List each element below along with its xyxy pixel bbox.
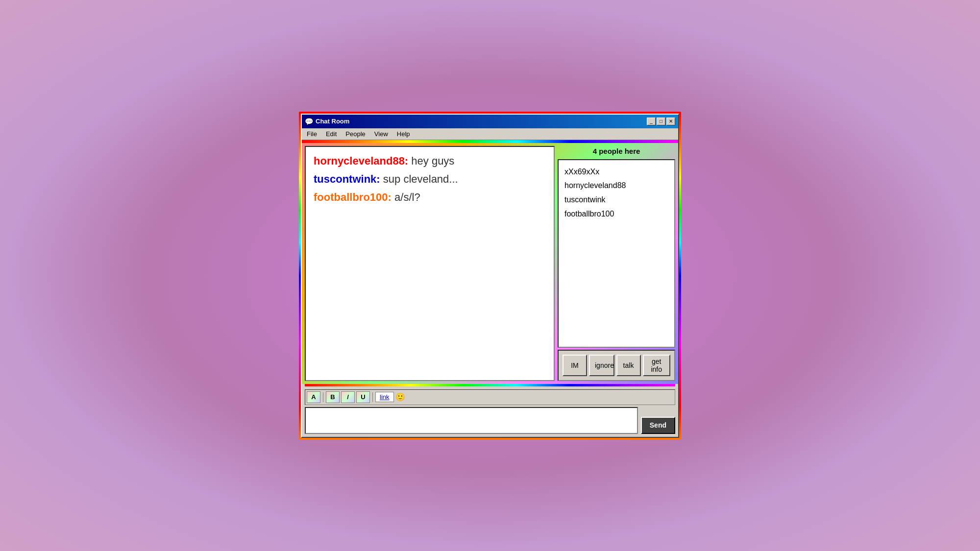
menu-edit[interactable]: Edit — [324, 130, 339, 138]
message-1: hornycleveland88: hey guys — [314, 153, 546, 169]
window-icon: 💬 — [305, 118, 313, 125]
close-button[interactable]: ✕ — [666, 118, 675, 125]
message-3: footballbro100: a/s/l? — [314, 189, 546, 205]
main-content: hornycleveland88: hey guys tuscontwink: … — [302, 143, 678, 384]
chat-panel: hornycleveland88: hey guys tuscontwink: … — [305, 146, 555, 381]
window-outer: 💬 Chat Room _ □ ✕ File Edit People View … — [299, 112, 681, 440]
message-input[interactable] — [305, 407, 638, 434]
action-buttons: IM ignore talk get info — [558, 350, 675, 381]
person-1[interactable]: xXx69xXx — [564, 165, 668, 179]
people-list: xXx69xXx hornycleveland88 tuscontwink fo… — [558, 159, 675, 348]
input-row: Send — [305, 407, 675, 434]
link-button[interactable]: link — [375, 392, 394, 402]
formatting-bar: A B / U link 🙂 — [305, 389, 675, 405]
underline-button[interactable]: U — [356, 391, 370, 403]
title-bar-left: 💬 Chat Room — [305, 118, 349, 125]
get-info-button[interactable]: get info — [643, 355, 670, 376]
people-count: 4 people here — [558, 146, 675, 157]
emoji-button[interactable]: 🙂 — [395, 392, 405, 402]
message-2: tuscontwink: sup cleveland... — [314, 171, 546, 187]
menu-file[interactable]: File — [305, 130, 319, 138]
minimize-button[interactable]: _ — [647, 118, 656, 125]
send-button[interactable]: Send — [641, 417, 675, 434]
person-4[interactable]: footballbro100 — [564, 207, 668, 221]
im-button[interactable]: IM — [563, 355, 587, 376]
separator-1 — [323, 392, 323, 402]
menu-help[interactable]: Help — [395, 130, 412, 138]
menu-view[interactable]: View — [372, 130, 390, 138]
message-body-3: a/s/l? — [394, 191, 420, 203]
username-1: hornycleveland88: — [314, 155, 408, 167]
username-2: tuscontwink: — [314, 173, 380, 185]
ignore-button[interactable]: ignore — [589, 355, 614, 376]
title-bar: 💬 Chat Room _ □ ✕ — [302, 115, 678, 128]
input-area: A B / U link 🙂 Send — [302, 386, 678, 437]
person-3[interactable]: tuscontwink — [564, 193, 668, 207]
message-body-1: hey guys — [411, 155, 454, 167]
menu-bar: File Edit People View Help — [302, 128, 678, 140]
message-body-2: sup cleveland... — [383, 173, 458, 185]
italic-button[interactable]: / — [341, 391, 355, 403]
talk-button[interactable]: talk — [616, 355, 641, 376]
menu-people[interactable]: People — [343, 130, 367, 138]
restore-button[interactable]: □ — [657, 118, 665, 125]
main-window: 💬 Chat Room _ □ ✕ File Edit People View … — [301, 114, 679, 438]
right-panel: 4 people here xXx69xXx hornycleveland88 … — [558, 146, 675, 381]
title-bar-buttons: _ □ ✕ — [647, 118, 675, 125]
username-3: footballbro100: — [314, 191, 392, 203]
separator-2 — [372, 392, 373, 402]
window-title: Chat Room — [316, 118, 349, 125]
bold-button[interactable]: B — [326, 391, 340, 403]
font-button[interactable]: A — [307, 391, 320, 403]
chat-messages: hornycleveland88: hey guys tuscontwink: … — [305, 146, 555, 381]
person-2[interactable]: hornycleveland88 — [564, 179, 668, 193]
